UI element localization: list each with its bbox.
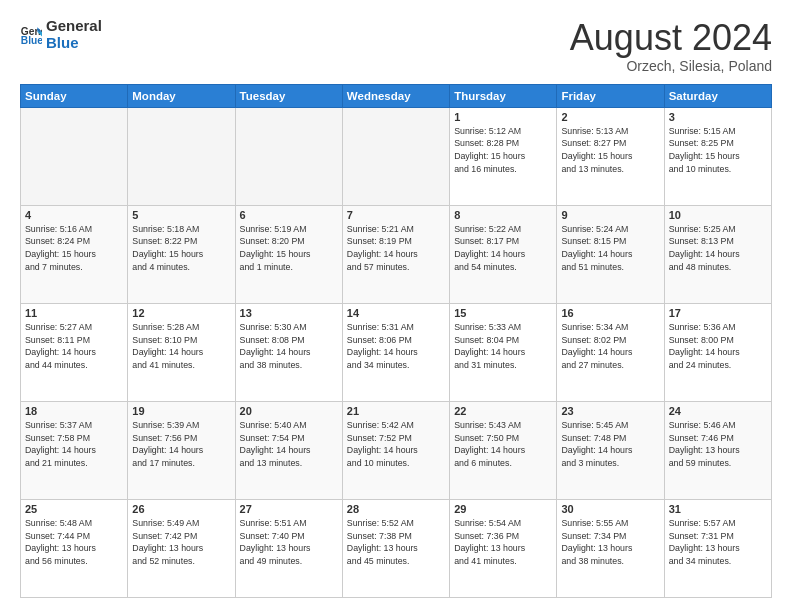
weekday-header-sunday: Sunday: [21, 84, 128, 107]
calendar-cell: 27Sunrise: 5:51 AM Sunset: 7:40 PM Dayli…: [235, 499, 342, 597]
day-info: Sunrise: 5:45 AM Sunset: 7:48 PM Dayligh…: [561, 419, 659, 470]
day-number: 10: [669, 209, 767, 221]
day-number: 12: [132, 307, 230, 319]
day-info: Sunrise: 5:37 AM Sunset: 7:58 PM Dayligh…: [25, 419, 123, 470]
header: General Blue General Blue August 2024 Or…: [20, 18, 772, 74]
day-number: 26: [132, 503, 230, 515]
calendar-cell: 23Sunrise: 5:45 AM Sunset: 7:48 PM Dayli…: [557, 401, 664, 499]
day-info: Sunrise: 5:13 AM Sunset: 8:27 PM Dayligh…: [561, 125, 659, 176]
calendar-cell: 28Sunrise: 5:52 AM Sunset: 7:38 PM Dayli…: [342, 499, 449, 597]
calendar-week-row: 1Sunrise: 5:12 AM Sunset: 8:28 PM Daylig…: [21, 107, 772, 205]
calendar-cell: 17Sunrise: 5:36 AM Sunset: 8:00 PM Dayli…: [664, 303, 771, 401]
day-number: 11: [25, 307, 123, 319]
calendar-body: 1Sunrise: 5:12 AM Sunset: 8:28 PM Daylig…: [21, 107, 772, 597]
day-number: 28: [347, 503, 445, 515]
weekday-header-tuesday: Tuesday: [235, 84, 342, 107]
day-number: 30: [561, 503, 659, 515]
calendar-cell: 18Sunrise: 5:37 AM Sunset: 7:58 PM Dayli…: [21, 401, 128, 499]
calendar-cell: 1Sunrise: 5:12 AM Sunset: 8:28 PM Daylig…: [450, 107, 557, 205]
calendar-cell: 2Sunrise: 5:13 AM Sunset: 8:27 PM Daylig…: [557, 107, 664, 205]
day-number: 24: [669, 405, 767, 417]
day-number: 27: [240, 503, 338, 515]
day-number: 1: [454, 111, 552, 123]
calendar-header-row: SundayMondayTuesdayWednesdayThursdayFrid…: [21, 84, 772, 107]
day-info: Sunrise: 5:43 AM Sunset: 7:50 PM Dayligh…: [454, 419, 552, 470]
day-info: Sunrise: 5:36 AM Sunset: 8:00 PM Dayligh…: [669, 321, 767, 372]
weekday-header-thursday: Thursday: [450, 84, 557, 107]
day-info: Sunrise: 5:16 AM Sunset: 8:24 PM Dayligh…: [25, 223, 123, 274]
day-number: 20: [240, 405, 338, 417]
day-info: Sunrise: 5:30 AM Sunset: 8:08 PM Dayligh…: [240, 321, 338, 372]
calendar-cell: 31Sunrise: 5:57 AM Sunset: 7:31 PM Dayli…: [664, 499, 771, 597]
day-number: 9: [561, 209, 659, 221]
day-number: 22: [454, 405, 552, 417]
location-title: Orzech, Silesia, Poland: [570, 58, 772, 74]
svg-text:Blue: Blue: [21, 35, 42, 46]
month-title: August 2024: [570, 18, 772, 58]
day-info: Sunrise: 5:24 AM Sunset: 8:15 PM Dayligh…: [561, 223, 659, 274]
page: General Blue General Blue August 2024 Or…: [0, 0, 792, 612]
day-info: Sunrise: 5:28 AM Sunset: 8:10 PM Dayligh…: [132, 321, 230, 372]
calendar-cell: 30Sunrise: 5:55 AM Sunset: 7:34 PM Dayli…: [557, 499, 664, 597]
day-info: Sunrise: 5:52 AM Sunset: 7:38 PM Dayligh…: [347, 517, 445, 568]
logo: General Blue General Blue: [20, 18, 102, 51]
calendar-cell: 9Sunrise: 5:24 AM Sunset: 8:15 PM Daylig…: [557, 205, 664, 303]
day-number: 15: [454, 307, 552, 319]
day-number: 31: [669, 503, 767, 515]
day-info: Sunrise: 5:48 AM Sunset: 7:44 PM Dayligh…: [25, 517, 123, 568]
day-info: Sunrise: 5:55 AM Sunset: 7:34 PM Dayligh…: [561, 517, 659, 568]
weekday-header-monday: Monday: [128, 84, 235, 107]
day-info: Sunrise: 5:39 AM Sunset: 7:56 PM Dayligh…: [132, 419, 230, 470]
day-info: Sunrise: 5:42 AM Sunset: 7:52 PM Dayligh…: [347, 419, 445, 470]
calendar-table: SundayMondayTuesdayWednesdayThursdayFrid…: [20, 84, 772, 598]
calendar-cell: 19Sunrise: 5:39 AM Sunset: 7:56 PM Dayli…: [128, 401, 235, 499]
calendar-cell: 24Sunrise: 5:46 AM Sunset: 7:46 PM Dayli…: [664, 401, 771, 499]
day-info: Sunrise: 5:57 AM Sunset: 7:31 PM Dayligh…: [669, 517, 767, 568]
weekday-header-saturday: Saturday: [664, 84, 771, 107]
calendar-cell: 6Sunrise: 5:19 AM Sunset: 8:20 PM Daylig…: [235, 205, 342, 303]
calendar-cell: [342, 107, 449, 205]
calendar-cell: [128, 107, 235, 205]
day-number: 23: [561, 405, 659, 417]
day-number: 8: [454, 209, 552, 221]
day-info: Sunrise: 5:22 AM Sunset: 8:17 PM Dayligh…: [454, 223, 552, 274]
calendar-cell: 14Sunrise: 5:31 AM Sunset: 8:06 PM Dayli…: [342, 303, 449, 401]
day-info: Sunrise: 5:12 AM Sunset: 8:28 PM Dayligh…: [454, 125, 552, 176]
day-info: Sunrise: 5:18 AM Sunset: 8:22 PM Dayligh…: [132, 223, 230, 274]
day-info: Sunrise: 5:40 AM Sunset: 7:54 PM Dayligh…: [240, 419, 338, 470]
day-info: Sunrise: 5:34 AM Sunset: 8:02 PM Dayligh…: [561, 321, 659, 372]
day-info: Sunrise: 5:46 AM Sunset: 7:46 PM Dayligh…: [669, 419, 767, 470]
day-number: 29: [454, 503, 552, 515]
day-info: Sunrise: 5:51 AM Sunset: 7:40 PM Dayligh…: [240, 517, 338, 568]
day-number: 5: [132, 209, 230, 221]
calendar-cell: 25Sunrise: 5:48 AM Sunset: 7:44 PM Dayli…: [21, 499, 128, 597]
day-number: 4: [25, 209, 123, 221]
day-number: 14: [347, 307, 445, 319]
calendar-cell: 4Sunrise: 5:16 AM Sunset: 8:24 PM Daylig…: [21, 205, 128, 303]
calendar-cell: 29Sunrise: 5:54 AM Sunset: 7:36 PM Dayli…: [450, 499, 557, 597]
day-info: Sunrise: 5:27 AM Sunset: 8:11 PM Dayligh…: [25, 321, 123, 372]
calendar-cell: 20Sunrise: 5:40 AM Sunset: 7:54 PM Dayli…: [235, 401, 342, 499]
day-number: 7: [347, 209, 445, 221]
day-number: 17: [669, 307, 767, 319]
day-number: 2: [561, 111, 659, 123]
calendar-cell: 26Sunrise: 5:49 AM Sunset: 7:42 PM Dayli…: [128, 499, 235, 597]
day-number: 19: [132, 405, 230, 417]
weekday-header-wednesday: Wednesday: [342, 84, 449, 107]
calendar-cell: 13Sunrise: 5:30 AM Sunset: 8:08 PM Dayli…: [235, 303, 342, 401]
calendar-week-row: 18Sunrise: 5:37 AM Sunset: 7:58 PM Dayli…: [21, 401, 772, 499]
day-number: 3: [669, 111, 767, 123]
day-number: 6: [240, 209, 338, 221]
day-number: 25: [25, 503, 123, 515]
title-block: August 2024 Orzech, Silesia, Poland: [570, 18, 772, 74]
calendar-week-row: 4Sunrise: 5:16 AM Sunset: 8:24 PM Daylig…: [21, 205, 772, 303]
calendar-cell: 21Sunrise: 5:42 AM Sunset: 7:52 PM Dayli…: [342, 401, 449, 499]
day-info: Sunrise: 5:54 AM Sunset: 7:36 PM Dayligh…: [454, 517, 552, 568]
day-info: Sunrise: 5:25 AM Sunset: 8:13 PM Dayligh…: [669, 223, 767, 274]
day-info: Sunrise: 5:19 AM Sunset: 8:20 PM Dayligh…: [240, 223, 338, 274]
calendar-week-row: 11Sunrise: 5:27 AM Sunset: 8:11 PM Dayli…: [21, 303, 772, 401]
calendar-cell: 11Sunrise: 5:27 AM Sunset: 8:11 PM Dayli…: [21, 303, 128, 401]
day-info: Sunrise: 5:21 AM Sunset: 8:19 PM Dayligh…: [347, 223, 445, 274]
calendar-week-row: 25Sunrise: 5:48 AM Sunset: 7:44 PM Dayli…: [21, 499, 772, 597]
day-info: Sunrise: 5:15 AM Sunset: 8:25 PM Dayligh…: [669, 125, 767, 176]
